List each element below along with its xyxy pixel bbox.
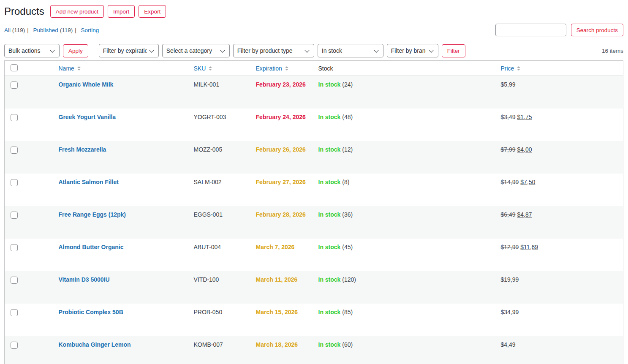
product-price-cell: $5,99 — [497, 76, 623, 109]
category-select[interactable]: Select a category — [162, 44, 230, 57]
column-header-price: Price — [497, 61, 623, 76]
table-body: Organic Whole Milk MILK-001 February 23,… — [5, 76, 623, 364]
stock-count: (45) — [342, 244, 353, 250]
product-price-cell: $12,99$11,69 — [497, 239, 623, 271]
view-sorting-link[interactable]: Sorting — [81, 27, 99, 33]
view-published: Published (119)| — [33, 27, 79, 33]
product-name-link[interactable]: Free Range Eggs (12pk) — [59, 211, 126, 218]
search-box: Search products — [495, 24, 623, 36]
stock-status: In stock — [318, 146, 341, 153]
search-input[interactable] — [495, 24, 566, 36]
stock-status: In stock — [318, 341, 341, 348]
row-checkbox[interactable] — [11, 81, 18, 89]
row-checkbox[interactable] — [11, 342, 18, 349]
table-header: Name SKU Expiration — [5, 61, 623, 76]
regular-price: $4,49 — [501, 341, 516, 348]
product-sku: KOMB-007 — [194, 341, 223, 348]
row-checkbox[interactable] — [11, 179, 18, 186]
view-published-count: (119) — [60, 27, 73, 33]
bulk-actions-select[interactable]: Bulk actions — [4, 44, 60, 57]
regular-price: $19,99 — [501, 276, 519, 283]
product-type-select[interactable]: Filter by product type — [233, 44, 314, 57]
view-published-link[interactable]: Published — [33, 27, 58, 33]
page-header: Products Add new product Import Export — [4, 5, 623, 18]
view-all: All (119)| — [4, 27, 32, 33]
select-all-checkbox[interactable] — [11, 64, 18, 71]
regular-price: $5,99 — [501, 81, 516, 88]
filter-button[interactable]: Filter — [442, 44, 465, 57]
stock-count: (12) — [342, 146, 353, 153]
product-sku: ABUT-004 — [194, 244, 221, 250]
column-label: Stock — [318, 65, 333, 72]
apply-button[interactable]: Apply — [63, 44, 88, 57]
expiration-date: March 11, 2026 — [256, 276, 298, 283]
product-price-cell: $6,49$4,87 — [497, 206, 623, 239]
product-name-link[interactable]: Probiotic Complex 50B — [59, 309, 123, 315]
page-title: Products — [4, 5, 44, 17]
product-name-link[interactable]: Almond Butter Organic — [59, 244, 124, 250]
column-label: Price — [501, 65, 514, 72]
row-checkbox[interactable] — [11, 277, 18, 284]
product-sku: PROB-050 — [194, 309, 223, 315]
product-price-cell: $14,99$7,50 — [497, 174, 623, 206]
sale-price: $1,75 — [517, 114, 532, 120]
view-all-link[interactable]: All — [4, 27, 11, 33]
table-row: Organic Whole Milk MILK-001 February 23,… — [5, 76, 623, 109]
old-price: $3,49 — [501, 114, 516, 120]
row-checkbox[interactable] — [11, 309, 18, 316]
stock-status: In stock — [318, 244, 341, 250]
export-button[interactable]: Export — [139, 5, 166, 18]
view-sorting: Sorting — [81, 27, 99, 33]
expiration-date: March 7, 2026 — [256, 244, 295, 250]
brand-select-wrap: Filter by brand — [387, 44, 438, 57]
sort-by-sku[interactable]: SKU — [194, 65, 212, 72]
bulk-actions-select-wrap: Bulk actions — [4, 44, 60, 57]
table-row: Greek Yogurt Vanilla YOGRT-003 February … — [5, 109, 623, 141]
stock-count: (60) — [342, 341, 353, 348]
stock-count: (48) — [342, 114, 353, 120]
filter-expiration-select-wrap: Filter by expiration — [99, 44, 159, 57]
product-name-link[interactable]: Atlantic Salmon Fillet — [59, 179, 119, 185]
stock-status-select[interactable]: In stock — [318, 44, 383, 57]
regular-price: $34,99 — [501, 309, 519, 315]
product-name-link[interactable]: Organic Whole Milk — [59, 81, 114, 88]
table-row: Fresh Mozzarella MOZZ-005 February 26, 2… — [5, 141, 623, 174]
table-row: Free Range Eggs (12pk) EGGS-001 February… — [5, 206, 623, 239]
row-checkbox[interactable] — [11, 114, 18, 121]
sort-by-price[interactable]: Price — [501, 65, 521, 72]
row-checkbox[interactable] — [11, 212, 18, 219]
view-all-count: (119) — [12, 27, 25, 33]
expiration-date: February 27, 2026 — [256, 179, 306, 185]
expiration-date: February 26, 2026 — [256, 146, 306, 153]
column-header-sku: SKU — [190, 61, 252, 76]
row-checkbox[interactable] — [11, 244, 18, 251]
product-price-cell: $4,49 — [497, 336, 623, 364]
product-sku: YOGRT-003 — [194, 114, 226, 120]
old-price: $7,99 — [501, 146, 516, 153]
filter-expiration-select[interactable]: Filter by expiration — [99, 44, 159, 57]
product-name-link[interactable]: Greek Yogurt Vanilla — [59, 114, 116, 120]
expiration-date: March 15, 2026 — [256, 309, 298, 315]
column-label: Expiration — [256, 65, 282, 72]
expiration-date: February 23, 2026 — [256, 81, 306, 88]
stock-count: (8) — [342, 179, 349, 185]
table-row: Almond Butter Organic ABUT-004 March 7, … — [5, 239, 623, 271]
product-name-link[interactable]: Fresh Mozzarella — [59, 146, 106, 153]
product-name-link[interactable]: Vitamin D3 5000IU — [59, 276, 110, 283]
sort-by-expiration[interactable]: Expiration — [256, 65, 288, 72]
import-button[interactable]: Import — [108, 5, 135, 18]
subhead-row: All (119)| Published (119)| Sorting Sear… — [4, 24, 623, 36]
sort-by-name[interactable]: Name — [59, 65, 81, 72]
brand-select[interactable]: Filter by brand — [387, 44, 438, 57]
separator: | — [75, 27, 76, 33]
add-new-product-button[interactable]: Add new product — [50, 5, 104, 18]
product-name-link[interactable]: Kombucha Ginger Lemon — [59, 341, 131, 348]
row-checkbox[interactable] — [11, 147, 18, 154]
sort-arrows-icon — [77, 66, 81, 71]
stock-status: In stock — [318, 309, 341, 315]
stock-count: (120) — [342, 276, 356, 283]
search-products-button[interactable]: Search products — [571, 24, 623, 36]
stock-status: In stock — [318, 211, 341, 218]
stock-count: (36) — [342, 211, 353, 218]
column-header-expiration: Expiration — [252, 61, 314, 76]
